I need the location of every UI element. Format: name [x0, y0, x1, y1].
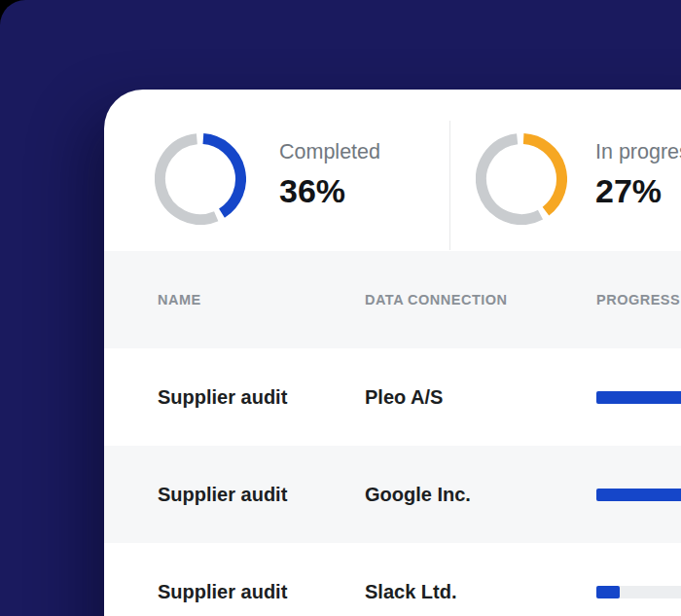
progress-bar-fill — [596, 391, 681, 404]
progress-bar — [596, 489, 681, 501]
data-connection: Google Inc. — [365, 484, 596, 506]
column-header-progress: PROGRESS — [596, 292, 681, 308]
audit-name: Supplier audit — [158, 581, 365, 603]
table-row[interactable]: Supplier audit Slack Ltd. — [104, 543, 681, 616]
progress-cell — [596, 489, 681, 501]
data-connection: Slack Ltd. — [365, 581, 596, 603]
stat-completed-value: 36% — [279, 172, 380, 209]
screenshot-viewport: Completed 36% In progress 27% NAME DATA … — [0, 0, 681, 616]
progress-cell — [596, 586, 681, 598]
stat-completed-text: Completed 36% — [279, 140, 380, 209]
progress-cell — [596, 391, 681, 404]
progress-bar-fill — [596, 586, 620, 598]
stats-strip: Completed 36% In progress 27% — [104, 90, 681, 251]
dashboard-card: Completed 36% In progress 27% NAME DATA … — [104, 90, 681, 616]
table-header-row: NAME DATA CONNECTION PROGRESS — [104, 251, 681, 348]
data-connection: Pleo A/S — [365, 386, 596, 409]
stat-in-progress-text: In progress 27% — [595, 140, 681, 209]
completed-donut-chart — [155, 133, 246, 225]
table-row[interactable]: Supplier audit Pleo A/S — [104, 348, 681, 446]
audit-name: Supplier audit — [158, 484, 365, 506]
progress-bar-fill — [596, 489, 681, 501]
column-header-name: NAME — [158, 292, 365, 308]
stat-in-progress-value: 27% — [595, 172, 681, 209]
audits-table: NAME DATA CONNECTION PROGRESS Supplier a… — [104, 251, 681, 616]
stat-in-progress-label: In progress — [595, 140, 681, 164]
audit-name: Supplier audit — [158, 386, 365, 409]
stats-divider — [449, 121, 450, 250]
in-progress-donut-chart — [476, 133, 567, 225]
stat-completed-label: Completed — [279, 140, 380, 164]
progress-bar — [596, 586, 681, 598]
progress-bar — [596, 391, 681, 404]
column-header-data-connection: DATA CONNECTION — [365, 292, 596, 308]
table-row[interactable]: Supplier audit Google Inc. — [104, 446, 681, 543]
